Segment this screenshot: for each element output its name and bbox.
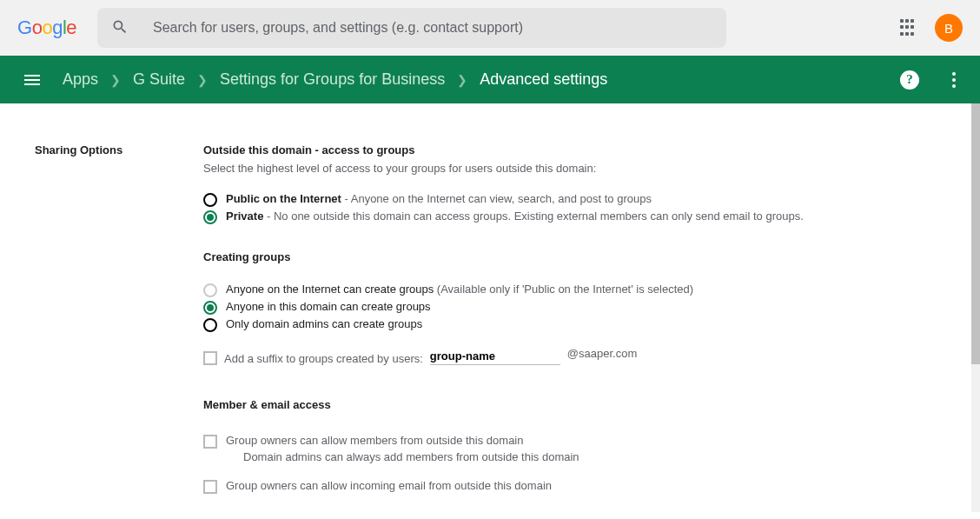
- search-input[interactable]: [151, 19, 712, 37]
- search-bar[interactable]: [97, 8, 726, 48]
- account-avatar[interactable]: B: [935, 14, 963, 42]
- radio-public-internet-label[interactable]: Public on the Internet - Anyone on the I…: [226, 192, 652, 205]
- radio-only-admins-create[interactable]: [203, 318, 217, 332]
- checkbox-allow-outside-members[interactable]: [203, 435, 217, 449]
- more-options-icon[interactable]: [952, 72, 956, 88]
- creating-section-title: Creating groups: [203, 250, 945, 263]
- suffix-domain: @saaper.com: [567, 347, 637, 360]
- apps-grid-icon[interactable]: [900, 19, 917, 37]
- search-icon: [111, 18, 129, 38]
- menu-icon[interactable]: [24, 75, 40, 85]
- member-email-section-title: Member & email access: [203, 398, 945, 411]
- help-icon[interactable]: ?: [900, 70, 919, 90]
- google-logo[interactable]: Google: [17, 17, 76, 39]
- breadcrumb: Apps ❯ G Suite ❯ Settings for Groups for…: [63, 70, 607, 89]
- radio-anyone-internet-create-label: Anyone on the Internet can create groups…: [226, 283, 693, 296]
- app-header: Google B: [0, 0, 980, 56]
- radio-public-internet[interactable]: [203, 193, 217, 207]
- scrollbar[interactable]: [971, 103, 980, 512]
- checkbox-allow-outside-members-label[interactable]: Group owners can allow members from outs…: [226, 434, 579, 447]
- suffix-checkbox-label[interactable]: Add a suffix to groups created by users:: [224, 352, 423, 365]
- crumb-current: Advanced settings: [480, 70, 607, 89]
- radio-anyone-domain-create-label[interactable]: Anyone in this domain can create groups: [226, 300, 431, 313]
- crumb-settings[interactable]: Settings for Groups for Business: [220, 70, 445, 89]
- radio-private[interactable]: [203, 210, 217, 224]
- checkbox-allow-outside-members-sublabel: Domain admins can always add members fro…: [243, 450, 579, 463]
- section-nav-heading: Sharing Options: [35, 143, 203, 156]
- chevron-right-icon: ❯: [197, 73, 208, 87]
- checkbox-add-suffix[interactable]: [203, 351, 217, 365]
- radio-anyone-internet-create: [203, 283, 217, 297]
- chevron-right-icon: ❯: [457, 73, 467, 87]
- chevron-right-icon: ❯: [110, 73, 121, 87]
- suffix-input[interactable]: [430, 349, 560, 365]
- radio-private-label[interactable]: Private - No one outside this domain can…: [226, 210, 804, 223]
- crumb-gsuite[interactable]: G Suite: [133, 70, 185, 89]
- crumb-apps[interactable]: Apps: [63, 70, 98, 89]
- access-section-subtitle: Select the highest level of access to yo…: [203, 162, 945, 175]
- breadcrumb-bar: Apps ❯ G Suite ❯ Settings for Groups for…: [0, 56, 980, 103]
- access-section-title: Outside this domain - access to groups: [203, 143, 945, 156]
- checkbox-allow-outside-email-label[interactable]: Group owners can allow incoming email fr…: [226, 479, 552, 492]
- radio-only-admins-create-label[interactable]: Only domain admins can create groups: [226, 317, 422, 330]
- checkbox-allow-outside-email[interactable]: [203, 480, 217, 494]
- radio-anyone-domain-create[interactable]: [203, 301, 217, 315]
